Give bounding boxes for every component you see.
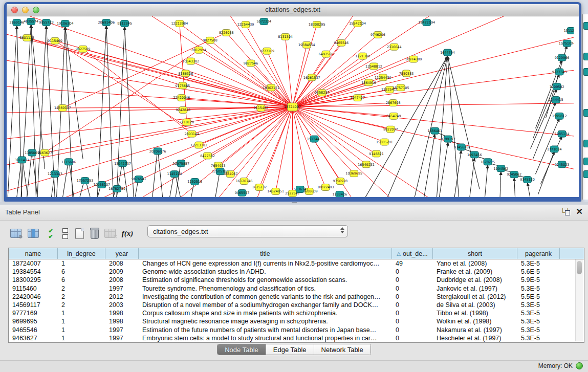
cell-title[interactable]: Tourette syndrome. Phenomenology and cla… [139,285,392,292]
cell-name[interactable]: 14569117 [9,301,58,309]
cell-title[interactable]: Embryonic stem cells: a model to study s… [139,335,392,342]
cell-out_de[interactable]: 0 [392,285,433,292]
cell-name[interactable]: 22420046 [9,293,58,300]
cell-year[interactable]: 1997 [105,335,139,342]
select-columns-icon[interactable]: ✔✔ [44,227,57,240]
cell-in_degree[interactable]: 1 [58,326,105,334]
cell-name[interactable]: 9777169 [9,310,58,317]
delete-column-icon[interactable] [88,227,101,240]
cell-short[interactable]: Wolkin et al. (1998) [433,318,517,325]
cell-in_degree[interactable]: 1 [58,335,105,342]
table-row[interactable]: 1872400712008Changes of HCN gene express… [9,259,584,268]
close-panel-icon[interactable]: ✕ [576,208,583,215]
tab-node-table[interactable]: Node Table [217,344,266,355]
cell-title[interactable]: Corpus callosum shape and size in male p… [139,310,392,317]
cell-pagerank[interactable]: 5.3E-5 [517,318,560,325]
cell-name[interactable]: 9115460 [9,285,58,292]
cell-pagerank[interactable]: 5.6E-5 [517,268,560,275]
cell-in_degree[interactable]: 1 [58,318,105,325]
column-header-title[interactable]: title [139,248,392,259]
cell-pagerank[interactable]: 5.3E-5 [517,260,560,267]
column-header-year[interactable]: year [105,248,139,259]
cell-pagerank[interactable]: 5.9E-5 [517,276,560,283]
cell-in_degree[interactable]: 2 [58,293,105,300]
table-row[interactable]: 969969511998Structural magnetic resonanc… [9,317,584,325]
float-panel-icon[interactable] [562,208,570,215]
cell-short[interactable]: de Silva et al. (2003) [433,301,517,309]
table-row[interactable]: 1456911722003Disruption of a novel membe… [9,301,584,309]
cell-title[interactable]: Estimation of the future numbers of pati… [139,326,392,334]
cell-pagerank[interactable]: 5.3E-5 [517,326,560,334]
cell-in_degree[interactable]: 2 [58,301,105,309]
cell-short[interactable]: Nakamura et al. (1997) [433,326,517,334]
cell-title[interactable]: Estimation of significance thresholds fo… [139,276,392,283]
cell-title[interactable]: Disruption of a novel member of a sodium… [139,301,392,309]
cell-short[interactable]: Tibbo et al. (1998) [433,310,517,317]
column-header-name[interactable]: name [9,248,58,259]
network-canvas[interactable]: 8226058982750889129541054338281863289175… [7,16,579,197]
cell-out_de[interactable]: 0 [392,276,433,283]
cell-out_de[interactable]: 0 [392,326,433,334]
cell-pagerank[interactable]: 5.3E-5 [517,335,560,342]
table-row[interactable]: 911546021997Tourette syndrome. Phenomeno… [9,285,584,293]
cell-pagerank[interactable]: 5.3E-5 [517,310,560,317]
cell-out_de[interactable]: 49 [392,260,433,267]
cell-pagerank[interactable]: 5.5E-5 [517,293,560,300]
tab-edge-table[interactable]: Edge Table [266,344,314,355]
cell-out_de[interactable]: 0 [392,335,433,342]
cell-short[interactable]: Stergiakouli et al. (2012) [433,293,517,300]
cell-year[interactable]: 2009 [105,268,139,275]
cell-year[interactable]: 2008 [105,260,139,267]
table-row[interactable]: 2242004622012Investigating the contribut… [9,293,584,301]
cell-name[interactable]: 9699695 [9,318,58,325]
table-select-dropdown[interactable]: citations_edges.txt [147,225,348,237]
table-row[interactable]: 946362711997Embryonic stem cells: a mode… [9,334,584,342]
cell-year[interactable]: 2012 [105,293,139,300]
cell-year[interactable]: 1998 [105,310,139,317]
cell-in_degree[interactable]: 1 [58,310,105,317]
scrollbar-thumb[interactable] [577,261,582,274]
cell-in_degree[interactable]: 6 [58,268,105,275]
column-header-short[interactable]: short [433,248,517,259]
function-builder-icon[interactable]: f(x) [121,227,134,240]
cell-name[interactable]: 19384554 [9,268,58,275]
cell-year[interactable]: 1998 [105,318,139,325]
cell-out_de[interactable]: 0 [392,293,433,300]
table-row[interactable]: 977716911998Corpus callosum shape and si… [9,309,584,317]
table-row[interactable]: 946554611997Estimation of the future num… [9,326,584,334]
cell-title[interactable]: Genome-wide association studies in ADHD. [139,268,392,275]
cell-short[interactable]: Dudbridge et al. (2008) [433,276,517,283]
cell-name[interactable]: 9463627 [9,335,58,342]
cell-pagerank[interactable]: 5.3E-5 [517,285,560,292]
network-view-window[interactable]: citations_edges.txt 82260589827508891295… [4,2,581,202]
tab-network-table[interactable]: Network Table [314,344,371,355]
cell-title[interactable]: Investigating the contribution of common… [139,293,392,300]
cell-year[interactable]: 1997 [105,285,139,292]
table-mode-icon[interactable]: ⚙ [9,227,23,240]
cell-title[interactable]: Structural magnetic resonance image aver… [139,318,392,325]
memory-indicator[interactable]: Memory: OK [538,362,583,369]
cell-out_de[interactable]: 0 [392,301,433,309]
cell-name[interactable]: 9465546 [9,326,58,334]
window-titlebar[interactable]: citations_edges.txt [7,4,579,16]
cell-pagerank[interactable]: 5.3E-5 [517,301,560,309]
cell-in_degree[interactable]: 6 [58,276,105,283]
cell-short[interactable]: Yano et al. (2008) [433,260,517,267]
column-header-pagerank[interactable]: pagerank [517,248,560,259]
cell-year[interactable]: 1997 [105,326,139,334]
cell-short[interactable]: Jankovic et al. (1997) [433,285,517,292]
cell-year[interactable]: 2008 [105,276,139,283]
cell-name[interactable]: 18300295 [9,276,58,283]
cell-in_degree[interactable]: 1 [58,260,105,267]
vertical-scrollbar[interactable] [575,259,583,341]
cell-title[interactable]: Changes of HCN gene expression and I(f) … [139,260,392,267]
cell-year[interactable]: 2003 [105,301,139,309]
row-height-icon[interactable] [58,227,72,240]
new-column-icon[interactable] [73,227,86,240]
column-header-out_de[interactable]: △out_de... [392,248,433,259]
cell-out_de[interactable]: 0 [392,310,433,317]
cell-out_de[interactable]: 0 [392,318,433,325]
show-columns-icon[interactable] [27,227,40,240]
cell-short[interactable]: Franke et al. (2009) [433,268,517,275]
cell-name[interactable]: 18724007 [9,260,58,267]
